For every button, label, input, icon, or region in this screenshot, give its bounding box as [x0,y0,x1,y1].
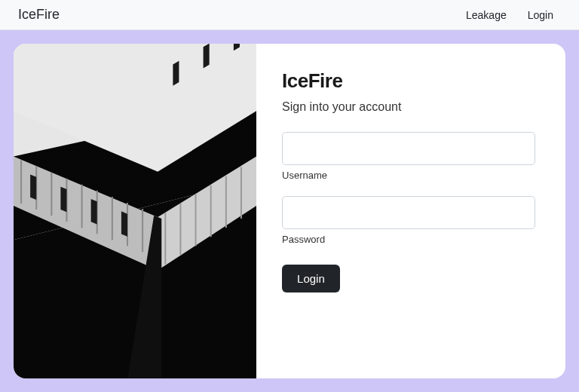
svg-rect-16 [60,187,66,212]
username-field: Username [282,132,535,181]
login-button[interactable]: Login [282,265,340,292]
login-form-panel: IceFire Sign into your account Username … [256,44,565,378]
svg-rect-17 [91,199,97,224]
username-input[interactable] [282,132,535,165]
building-illustration [14,44,256,378]
brand: IceFire [18,7,60,23]
password-input[interactable] [282,196,535,229]
nav-link-login[interactable]: Login [528,9,553,21]
navbar: IceFire Leakage Login [0,0,579,30]
svg-rect-15 [30,175,36,200]
login-card: IceFire Sign into your account Username … [14,44,565,378]
hero-image [14,44,256,378]
stage: IceFire Sign into your account Username … [0,30,579,392]
svg-rect-18 [121,211,127,236]
nav-link-leakage[interactable]: Leakage [466,9,507,21]
svg-rect-25 [173,61,179,86]
password-label: Password [282,234,535,245]
nav-links: Leakage Login [466,9,553,21]
login-subtitle: Sign into your account [282,100,535,114]
password-field: Password [282,196,535,245]
login-logo: IceFire [282,69,535,93]
svg-rect-26 [204,44,210,68]
username-label: Username [282,170,535,181]
